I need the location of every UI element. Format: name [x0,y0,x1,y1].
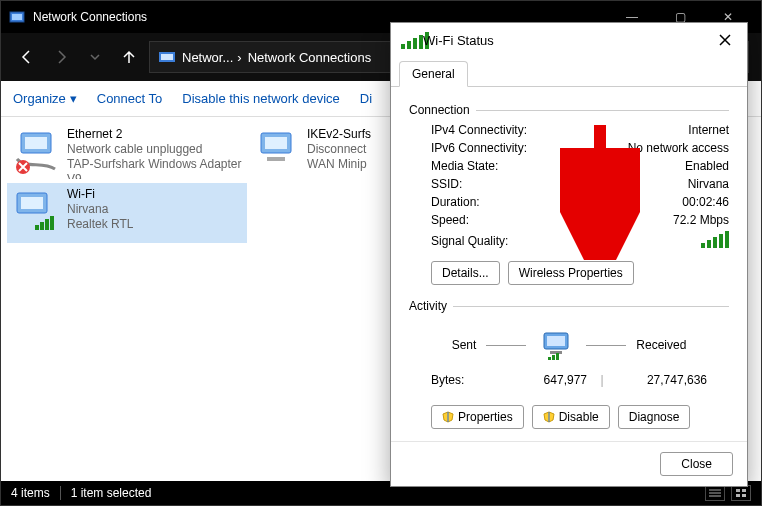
selection-count: 1 item selected [71,486,152,500]
activity-visual: Sent Received [431,329,707,361]
svg-rect-31 [556,353,559,360]
svg-rect-30 [552,355,555,360]
svg-rect-23 [742,489,746,492]
svg-rect-18 [50,216,54,230]
forward-button[interactable] [47,43,75,71]
item-count: 4 items [11,486,50,500]
ipv4-label: IPv4 Connectivity: [431,123,688,137]
shield-icon [543,411,555,423]
svg-rect-15 [35,225,39,230]
ssid-value: Nirvana [688,177,729,191]
connection-adapter: Realtek RTL [67,217,133,232]
dialog-title: Wi-Fi Status [423,33,713,48]
svg-rect-25 [742,494,746,497]
connect-to-button[interactable]: Connect To [97,91,163,106]
activity-computer-icon [536,329,576,361]
adapter-icon [11,127,61,175]
svg-rect-3 [161,54,173,60]
tabstrip: General [391,57,747,87]
recent-dropdown[interactable] [81,43,109,71]
svg-rect-5 [25,137,47,149]
received-label: Received [636,338,686,352]
svg-rect-22 [736,489,740,492]
svg-rect-9 [267,157,285,161]
group-connection: Connection [409,103,470,117]
breadcrumb-item[interactable]: Network Connections [248,50,372,65]
organize-button[interactable]: Organize ▾ [13,91,77,106]
app-icon [9,9,25,25]
svg-rect-16 [40,222,44,230]
svg-rect-8 [265,137,287,149]
sent-label: Sent [452,338,477,352]
svg-rect-17 [45,219,49,230]
ipv6-value: No network access [628,141,729,155]
svg-rect-29 [548,357,551,360]
details-view-button[interactable] [705,485,725,501]
chevron-right-icon: › [237,50,241,65]
connection-status: Network cable unplugged [67,142,243,157]
connection-item[interactable]: Wi-FiNirvanaRealtek RTL [7,183,247,243]
back-button[interactable] [13,43,41,71]
shield-icon [442,411,454,423]
disable-button[interactable]: Disable [532,405,610,429]
up-button[interactable] [115,43,143,71]
svg-rect-27 [547,336,565,346]
disable-device-button[interactable]: Disable this network device [182,91,340,106]
dialog-close-button[interactable] [713,28,737,52]
group-activity: Activity [409,299,447,313]
tab-general[interactable]: General [399,61,468,87]
signal-label: Signal Quality: [431,234,701,248]
adapter-icon [251,127,301,175]
adapter-icon [11,187,61,235]
ipv4-value: Internet [688,123,729,137]
wireless-properties-button[interactable]: Wireless Properties [508,261,634,285]
svg-rect-24 [736,494,740,497]
properties-button[interactable]: Properties [431,405,524,429]
media-label: Media State: [431,159,685,173]
svg-rect-14 [21,197,43,209]
connection-adapter: WAN Minip [307,157,371,172]
bytes-received: 27,747,636 [617,373,707,387]
diagnose-button[interactable]: Diagnose [618,405,691,429]
chevron-down-icon: ▾ [70,91,77,106]
ipv6-label: IPv6 Connectivity: [431,141,628,155]
connection-name: Wi-Fi [67,187,133,202]
svg-rect-1 [12,14,22,20]
wifi-status-dialog: Wi-Fi Status General Connection IPv4 Con… [390,22,748,487]
duration-label: Duration: [431,195,682,209]
connection-status: Nirvana [67,202,133,217]
connection-name: Ethernet 2 [67,127,243,142]
dialog-titlebar: Wi-Fi Status [391,23,747,57]
connection-status: Disconnect [307,142,371,157]
connection-adapter: TAP-Surfshark Windows Adapter V9 [67,157,243,179]
breadcrumb-item[interactable]: Networ... › [182,50,242,65]
details-button[interactable]: Details... [431,261,500,285]
bytes-sent: 647,977 [497,373,587,387]
ssid-label: SSID: [431,177,688,191]
connection-name: IKEv2-Surfs [307,127,371,142]
speed-label: Speed: [431,213,673,227]
bytes-label: Bytes: [431,373,497,387]
signal-icon [401,32,417,48]
signal-bars-icon [701,231,729,251]
diagnose-button-truncated[interactable]: Di [360,91,372,106]
connection-item[interactable]: Ethernet 2Network cable unpluggedTAP-Sur… [7,123,247,183]
speed-value: 72.2 Mbps [673,213,729,227]
duration-value: 00:02:46 [682,195,729,209]
tiles-view-button[interactable] [731,485,751,501]
media-value: Enabled [685,159,729,173]
close-dialog-button[interactable]: Close [660,452,733,476]
folder-icon [158,49,176,65]
